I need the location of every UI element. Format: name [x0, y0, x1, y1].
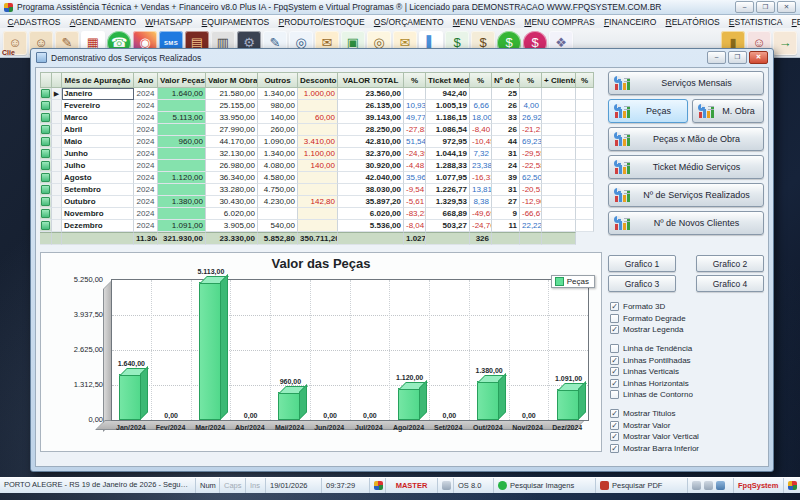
checkbox-mostrar-valor[interactable]: ✓Mostrar Valor [610, 421, 766, 430]
table-row[interactable]: Junho202432.130,001.340,001.100,0032.370… [40, 148, 594, 160]
column-header[interactable]: Valor M Obra [206, 72, 258, 88]
button-grafico-3[interactable]: Grafico 3 [608, 275, 676, 292]
column-header[interactable]: Nº de OS [492, 72, 520, 88]
button-grafico-1[interactable]: Grafico 1 [608, 255, 676, 272]
column-header[interactable]: Desconto [298, 72, 338, 88]
status-tools-cell [688, 478, 734, 493]
checkbox-box[interactable]: ✓ [610, 432, 619, 441]
monitor-icon[interactable] [716, 481, 725, 490]
checkbox-box[interactable]: ✓ [610, 356, 619, 365]
checkbox-mostrar-titulos[interactable]: ✓Mostrar Titulos [610, 409, 766, 418]
child-title-bar[interactable]: Demonstrativo dos Serviços Realizados – … [31, 49, 773, 66]
checkbox-mostrar-legenda[interactable]: ✓Mostrar Legenda [610, 325, 766, 334]
minimize-button[interactable]: – [735, 1, 754, 13]
bar-mar-2024[interactable] [199, 282, 221, 420]
checkbox-box[interactable] [610, 314, 619, 323]
table-row[interactable]: Marco20245.113,0033.950,00140,0060,0039.… [40, 112, 594, 124]
bar-dez-2024[interactable] [557, 389, 579, 420]
cell: 8,38 [470, 196, 492, 208]
menu-menu-compras[interactable]: MENU COMPRAS [520, 17, 600, 27]
menu-ferramentas[interactable]: FERRAMENTAS [787, 17, 800, 27]
bar-out-2024[interactable] [477, 381, 499, 420]
search-pdf-button[interactable]: Pesquisar PDF [596, 478, 688, 493]
checkbox-mostrar-valor-vertical[interactable]: ✓Mostrar Valor Vertical [610, 432, 766, 441]
menu-agendamento[interactable]: AGENDAMENTO [65, 17, 141, 27]
menu-equipamentos[interactable]: EQUIPAMENTOS [197, 17, 274, 27]
chart-select-button-pecas-x-mao-de-obra[interactable]: Peças x Mão de Obra [608, 127, 764, 151]
menu-financeiro[interactable]: FINANCEIRO [599, 17, 661, 27]
checkbox-mostrar-barra-inferior[interactable]: ✓Mostrar Barra Inferior [610, 444, 766, 453]
table-row[interactable]: Maio2024960,0044.170,001.090,003.410,004… [40, 136, 594, 148]
search-images-button[interactable]: Pesquisar Imagens [494, 478, 596, 493]
checkbox-box[interactable]: ✓ [610, 325, 619, 334]
column-header[interactable]: % [576, 72, 594, 88]
menu-produto-estoque[interactable]: PRODUTO/ESTOQUE [274, 17, 369, 27]
checkbox-linhas-verticais[interactable]: ✓Linhas Verticais [610, 367, 766, 376]
cell: 2024 [134, 148, 158, 160]
checkbox-linha-de-tendencia[interactable]: Linha de Tendência [610, 344, 766, 353]
child-restore-button[interactable]: ❐ [728, 51, 747, 64]
chart-select-button-n-de-novos-clientes[interactable]: Nº de Novos Clientes [608, 211, 764, 235]
exit-icon[interactable]: → [773, 31, 797, 55]
column-header[interactable]: % [470, 72, 492, 88]
chart-select-button-m-obra[interactable]: M. Obra [692, 99, 764, 123]
bar-jan-2024[interactable] [119, 374, 141, 420]
checkbox-formato-3d[interactable]: ✓Formato 3D [610, 302, 766, 311]
chart-select-button-ticket-medio-servicos[interactable]: Ticket Médio Serviços [608, 155, 764, 179]
menu-whatsapp[interactable]: WHATSAPP [141, 17, 197, 27]
cell [542, 88, 576, 100]
table-row[interactable]: Outubro20241.380,0030.430,004.230,00142,… [40, 196, 594, 208]
checkbox-box[interactable]: ✓ [610, 444, 619, 453]
column-header[interactable] [52, 72, 62, 88]
table-row[interactable]: Novembro20246.020,006.020,00-83,23668,89… [40, 208, 594, 220]
checkbox-box[interactable]: ✓ [610, 379, 619, 388]
column-header[interactable]: Outros [258, 72, 298, 88]
menu-estatistica[interactable]: ESTATISTICA [724, 17, 787, 27]
checkbox-box[interactable]: ✓ [610, 302, 619, 311]
menu-relatorios[interactable]: RELATÓRIOS [661, 17, 724, 27]
services-table[interactable]: Mês de ApuraçãoAnoValor PeçasValor M Obr… [40, 72, 594, 245]
checkbox-linhas-horizontais[interactable]: ✓Linhas Horizontais [610, 379, 766, 388]
button-grafico-4[interactable]: Grafico 4 [696, 275, 764, 292]
checkbox-linhas-de-contorno[interactable]: Linhas de Contorno [610, 390, 766, 399]
column-header[interactable]: % [520, 72, 542, 88]
table-row[interactable]: ▶Janeiro20241.640,0021.580,001.340,001.0… [40, 88, 594, 100]
column-header[interactable]: % [404, 72, 426, 88]
chart-select-button-n-de-servicos-realizados[interactable]: Nº de Serviços Realizados [608, 183, 764, 207]
checkbox-box[interactable] [610, 390, 619, 399]
printer-icon[interactable] [704, 481, 713, 490]
checkbox-formato-degrade[interactable]: Formato Degrade [610, 314, 766, 323]
menu-os-orcamento[interactable]: OS/ORÇAMENTO [369, 17, 448, 27]
column-header[interactable] [40, 72, 52, 88]
cell [576, 148, 594, 160]
menu-cadastros[interactable]: CADASTROS [3, 17, 65, 27]
column-header[interactable]: Valor Peças [158, 72, 206, 88]
column-header[interactable]: + Clientes [542, 72, 576, 88]
checkbox-box[interactable]: ✓ [610, 409, 619, 418]
menu-menu-vendas[interactable]: MENU VENDAS [448, 17, 520, 27]
chart-select-button-pecas[interactable]: Peças [608, 99, 688, 123]
child-close-button[interactable]: ✕ [749, 51, 768, 64]
child-minimize-button[interactable]: – [707, 51, 726, 64]
table-row[interactable]: Dezembro20241.091,003.905,00540,005.536,… [40, 220, 594, 232]
table-row[interactable]: Fevereiro202425.155,00980,0026.135,0010,… [40, 100, 594, 112]
checkbox-box[interactable]: ✓ [610, 421, 619, 430]
table-row[interactable]: Julho202426.980,004.080,00140,0030.920,0… [40, 160, 594, 172]
column-header[interactable]: Ticket Médio [426, 72, 470, 88]
checkbox-linhas-pontilhadas[interactable]: ✓Linhas Pontilhadas [610, 356, 766, 365]
bar-ago-2024[interactable] [398, 388, 420, 420]
button-grafico-2[interactable]: Grafico 2 [696, 255, 764, 272]
close-button[interactable]: ✕ [777, 1, 796, 13]
checkbox-box[interactable]: ✓ [610, 367, 619, 376]
bar-mai-2024[interactable] [278, 392, 300, 420]
chart-select-button-servicos-mensais[interactable]: Serviços Mensais [608, 71, 764, 95]
table-row[interactable]: Agosto20241.120,0036.340,004.580,0042.04… [40, 172, 594, 184]
checkbox-box[interactable] [610, 344, 619, 353]
table-row[interactable]: Setembro202433.280,004.750,0038.030,00-9… [40, 184, 594, 196]
restore-button[interactable]: ❐ [756, 1, 775, 13]
column-header[interactable]: VALOR TOTAL [338, 72, 404, 88]
browser-icon[interactable] [692, 481, 701, 490]
column-header[interactable]: Mês de Apuração [62, 72, 134, 88]
column-header[interactable]: Ano [134, 72, 158, 88]
table-row[interactable]: Abril202427.990,00260,0028.250,00-27,831… [40, 124, 594, 136]
